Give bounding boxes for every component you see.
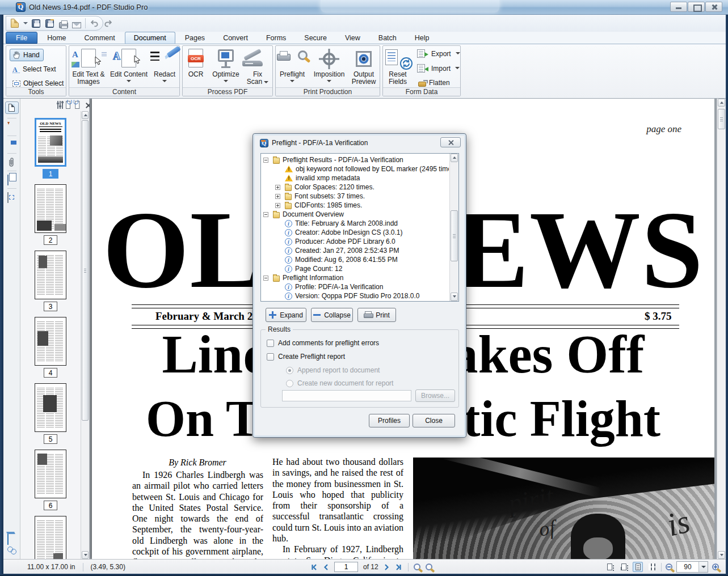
zoom-out-icon[interactable] xyxy=(666,564,672,570)
save-as-icon[interactable] xyxy=(45,19,54,28)
tab-batch[interactable]: Batch xyxy=(370,32,405,44)
layers-panel-button[interactable] xyxy=(7,533,16,542)
preflight-chevron-icon[interactable] xyxy=(290,80,294,82)
tree-scrollbar[interactable] xyxy=(449,154,458,301)
imposition-button[interactable]: Imposition xyxy=(309,48,350,82)
output-preview-button[interactable]: Output Preview xyxy=(346,48,381,86)
export-button[interactable]: Export xyxy=(417,49,460,58)
collapse-button[interactable]: Collapse xyxy=(311,308,353,322)
page-thumbnail-5[interactable]: 5 xyxy=(31,383,70,444)
dialog-title-bar[interactable]: Preflight - PDF/A-1a Verification xyxy=(255,136,464,150)
redact-chevron-icon[interactable] xyxy=(162,80,167,82)
expand-icon[interactable] xyxy=(275,194,280,199)
scroll-up-button[interactable] xyxy=(451,154,458,162)
collapse-icon[interactable] xyxy=(263,158,268,163)
append-report-radio[interactable] xyxy=(286,367,293,374)
next-view-icon[interactable] xyxy=(426,564,432,570)
tab-comment[interactable]: Comment xyxy=(76,32,124,44)
first-page-button[interactable] xyxy=(310,564,318,571)
tree-item[interactable]: invalid xmp metadata xyxy=(261,173,449,183)
tree-item[interactable]: Preflight Results - PDF/A-1a Verificatio… xyxy=(261,155,449,164)
tab-forms[interactable]: Forms xyxy=(258,32,294,44)
select-text-button[interactable]: Select Text xyxy=(10,63,64,75)
scrollbar-thumb[interactable] xyxy=(82,120,89,421)
links-panel-button[interactable] xyxy=(7,545,16,554)
bookmarks-panel-button[interactable] xyxy=(7,140,16,149)
previous-page-button[interactable] xyxy=(323,564,329,571)
thumbnail-page[interactable] xyxy=(35,516,66,559)
scroll-up-button[interactable] xyxy=(82,111,89,119)
reset-fields-button[interactable]: Reset Fields xyxy=(380,48,416,86)
last-page-button[interactable] xyxy=(395,564,403,571)
previous-view-icon[interactable] xyxy=(414,564,420,570)
thumbnail-page[interactable] xyxy=(35,251,66,299)
hand-tool-button[interactable]: Hand xyxy=(10,49,44,61)
tab-document[interactable]: Document xyxy=(125,32,175,44)
tab-home[interactable]: Home xyxy=(39,32,74,44)
edit-content-chevron-icon[interactable] xyxy=(127,80,131,82)
expand-icon[interactable] xyxy=(275,203,280,208)
facing-view-button[interactable] xyxy=(633,562,643,572)
thumbnail-page[interactable] xyxy=(35,383,66,432)
redo-icon[interactable] xyxy=(103,19,113,28)
page-number-input[interactable] xyxy=(334,562,358,572)
page-thumbnail-3[interactable]: 3 xyxy=(31,251,70,311)
zoom-level-combobox[interactable]: 90 xyxy=(676,561,708,573)
tree-item[interactable]: Version: Qoppa PDF Studio Pro 2018.0.0 xyxy=(261,291,449,300)
tree-item[interactable]: Title: February & March 2008.indd xyxy=(261,219,449,228)
scroll-down-button[interactable] xyxy=(718,551,725,559)
thumbnail-page[interactable] xyxy=(35,317,66,366)
undo-icon[interactable] xyxy=(90,19,99,28)
dialog-close-action-button[interactable]: Close xyxy=(413,414,455,427)
page-thumbnail-2[interactable]: 2 xyxy=(31,184,70,245)
tree-item[interactable]: Document Overview xyxy=(261,210,449,219)
save-icon[interactable] xyxy=(32,19,40,28)
profiles-button[interactable]: Profiles xyxy=(369,414,410,427)
tree-item[interactable]: Preflight Information xyxy=(261,273,449,282)
dialog-close-button[interactable] xyxy=(440,137,461,147)
close-button[interactable] xyxy=(705,2,722,12)
document-scrollbar[interactable] xyxy=(717,99,726,559)
page-thumbnail-6[interactable]: 6 xyxy=(31,450,70,510)
signatures-panel-button[interactable] xyxy=(7,122,16,132)
tree-item[interactable]: Color Spaces: 2120 times. xyxy=(261,183,449,192)
thumbnail-page[interactable] xyxy=(35,450,66,498)
tab-pages[interactable]: Pages xyxy=(176,32,213,44)
scroll-down-button[interactable] xyxy=(82,551,89,559)
new-document-radio[interactable] xyxy=(286,380,293,387)
tab-convert[interactable]: Convert xyxy=(214,32,256,44)
continuous-view-button[interactable] xyxy=(618,562,629,572)
browse-button[interactable]: Browse... xyxy=(415,389,455,402)
scrollbar-thumb[interactable] xyxy=(451,210,458,261)
scroll-down-button[interactable] xyxy=(451,293,458,301)
rotate-page-ccw-icon[interactable] xyxy=(75,101,79,109)
thumbnails-scrollbar[interactable] xyxy=(81,111,89,559)
print-icon[interactable] xyxy=(59,22,68,28)
tree-item[interactable]: Modified: Aug 6, 2008 6:41:55 PM xyxy=(261,255,449,264)
tab-file[interactable]: File xyxy=(6,32,37,44)
zoom-in-icon[interactable] xyxy=(712,564,719,570)
maximize-button[interactable] xyxy=(688,2,705,12)
pages-panel-button[interactable] xyxy=(5,101,19,114)
open-dropdown-icon[interactable] xyxy=(23,22,28,24)
scroll-up-button[interactable] xyxy=(718,99,725,107)
extract-pages-panel-button[interactable] xyxy=(7,175,16,184)
flatten-button[interactable]: Flatten xyxy=(418,79,450,87)
optimize-chevron-icon[interactable] xyxy=(224,80,228,82)
tab-view[interactable]: View xyxy=(336,32,369,44)
export-chevron-icon[interactable] xyxy=(456,52,460,54)
tree-item[interactable]: Page Count: 12 xyxy=(261,264,449,273)
report-path-field[interactable] xyxy=(282,390,411,401)
expand-icon[interactable] xyxy=(275,185,280,190)
tab-secure[interactable]: Secure xyxy=(296,32,335,44)
open-file-icon[interactable] xyxy=(11,19,19,28)
single-page-view-button[interactable] xyxy=(604,562,615,572)
edit-text-images-button[interactable]: A Edit Text & Images xyxy=(68,48,110,86)
facing-continuous-view-button[interactable] xyxy=(647,562,657,572)
tree-item[interactable]: Profile: PDF/A-1a Verification xyxy=(261,282,449,291)
print-report-button[interactable]: Print xyxy=(357,308,396,322)
minimize-button[interactable] xyxy=(670,2,687,12)
tree-item[interactable]: Font subsets: 37 times. xyxy=(261,192,449,201)
email-icon[interactable] xyxy=(72,22,81,28)
tree-item[interactable]: CIDFonts: 1985 times. xyxy=(261,201,449,210)
